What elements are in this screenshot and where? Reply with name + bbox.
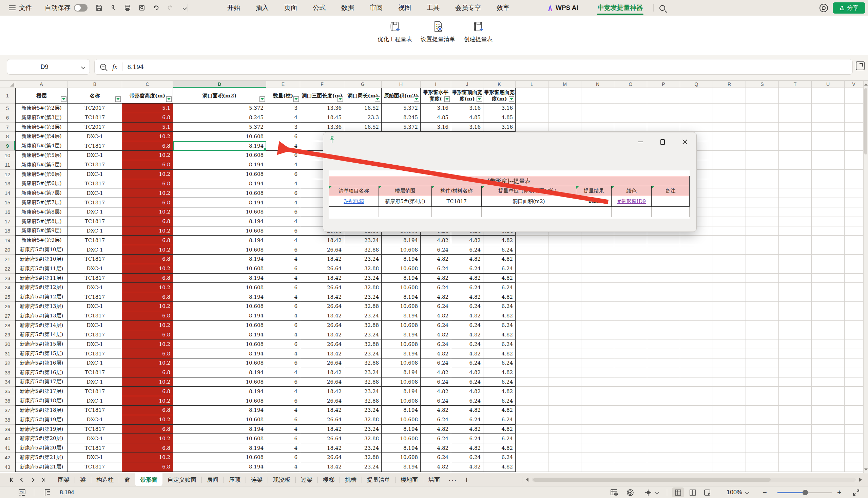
horizontal-scrollbar[interactable] (532, 477, 856, 482)
cell-D40[interactable]: 10.608 (173, 434, 266, 443)
cell-T37[interactable] (779, 406, 812, 415)
cell-E10[interactable]: 6 (266, 151, 300, 160)
cell-E32[interactable]: 6 (266, 358, 300, 368)
cell-E6[interactable]: 4 (266, 113, 300, 122)
cell-S25[interactable] (746, 292, 779, 302)
cell-S39[interactable] (746, 425, 779, 434)
cell-N22[interactable] (581, 264, 614, 274)
cell-L24[interactable] (516, 283, 548, 292)
cell-B16[interactable]: DXC-1 (68, 207, 122, 217)
cell-D15[interactable]: 8.194 (173, 198, 266, 207)
cell-A14[interactable]: 新康府5#(第7层) (15, 188, 68, 198)
cell-G29[interactable]: 23.24 (344, 330, 382, 340)
cell-S7[interactable] (746, 122, 779, 132)
cell-E9[interactable]: 4 (266, 141, 300, 151)
cell-S11[interactable] (746, 160, 779, 170)
cell-V13[interactable] (845, 179, 863, 189)
cell-N31[interactable] (581, 349, 614, 358)
cell-L41[interactable] (516, 443, 548, 453)
cell-K41[interactable]: 4.82 (483, 443, 516, 453)
add-sheet-button[interactable]: + (461, 474, 473, 485)
cell-V21[interactable] (845, 254, 863, 264)
row-header-17[interactable]: 17 (0, 217, 15, 226)
cell-D39[interactable]: 8.194 (173, 425, 266, 434)
cell-V41[interactable] (845, 443, 863, 453)
cell-S8[interactable] (746, 132, 779, 141)
cell-U13[interactable] (812, 179, 845, 189)
cell-D1[interactable]: 洞口面积(m2) (173, 88, 266, 104)
cell-R16[interactable] (713, 207, 746, 217)
cell-K30[interactable]: 6.24 (483, 340, 516, 349)
cell-T21[interactable] (779, 254, 812, 264)
cell-A40[interactable]: 新康府5#(第20层) (15, 434, 68, 443)
cell-R33[interactable] (713, 368, 746, 378)
cell-H32[interactable]: 10.608 (382, 358, 421, 368)
cell-B33[interactable]: TC1817 (68, 368, 122, 378)
cell-M37[interactable] (548, 406, 581, 415)
cell-L27[interactable] (516, 311, 548, 321)
row-header-41[interactable]: 41 (0, 443, 15, 453)
undo-button[interactable] (150, 2, 162, 14)
cell-M25[interactable] (548, 292, 581, 302)
cell-U27[interactable] (812, 311, 845, 321)
cell-B40[interactable]: DXC-1 (68, 434, 122, 443)
cell-Q30[interactable] (680, 340, 713, 349)
cell-E38[interactable]: 6 (266, 415, 300, 425)
quantity-table-dialog[interactable]: [带形窗]--提量表 清单项目名称楼层范围构件/材料名称提量单位（体积，面积等）… (323, 132, 697, 232)
cell-M41[interactable] (548, 443, 581, 453)
cell-C13[interactable]: 6.8 (122, 179, 173, 189)
cell-B41[interactable]: TC1817 (68, 443, 122, 453)
cell-T20[interactable] (779, 245, 812, 254)
cell-G23[interactable]: 23.24 (344, 274, 382, 283)
cell-A18[interactable]: 新康府5#(第9层) (15, 226, 68, 236)
scroll-down-arrow[interactable] (864, 466, 868, 473)
row-header-7[interactable]: 7 (0, 122, 15, 132)
cell-H23[interactable]: 8.194 (382, 274, 421, 283)
cell-Q39[interactable] (680, 425, 713, 434)
cell-H42[interactable]: 10.608 (382, 453, 421, 462)
cell-L6[interactable] (516, 113, 548, 122)
normal-view-button[interactable] (672, 487, 684, 497)
cell-B12[interactable]: DXC-1 (68, 170, 122, 179)
cell-M27[interactable] (548, 311, 581, 321)
cell-J41[interactable]: 4.82 (451, 443, 483, 453)
cell-U42[interactable] (812, 453, 845, 462)
cell-P25[interactable] (647, 292, 680, 302)
cell-A7[interactable]: 新康府5#(第3层) (15, 122, 68, 132)
filter-dropdown-icon[interactable] (259, 96, 265, 102)
cell-I29[interactable]: 4.82 (421, 330, 451, 340)
cell-O21[interactable] (614, 254, 647, 264)
filter-dropdown-icon[interactable] (375, 96, 380, 102)
cell-T19[interactable] (779, 236, 812, 245)
row-header-26[interactable]: 26 (0, 302, 15, 311)
cell-A43[interactable]: 新康府5#(第21层) (15, 462, 68, 472)
cell-A12[interactable]: 新康府5#(第6层) (15, 170, 68, 179)
cell-T10[interactable] (779, 151, 812, 160)
cell-K27[interactable]: 4.82 (483, 311, 516, 321)
sheet-tab-楼地面[interactable]: 楼地面 (395, 473, 423, 486)
cell-H30[interactable]: 10.608 (382, 340, 421, 349)
menu-tab-2[interactable]: 页面 (281, 0, 300, 16)
cell-S38[interactable] (746, 415, 779, 425)
autosave-control[interactable]: 自动保存 (45, 0, 87, 16)
vertical-scrollbar[interactable] (863, 81, 868, 473)
cell-M1[interactable] (548, 88, 581, 104)
cell-B30[interactable]: DXC-1 (68, 340, 122, 349)
cell-M29[interactable] (548, 330, 581, 340)
cell-A39[interactable]: 新康府5#(第19层) (15, 425, 68, 434)
column-header-P[interactable]: P (647, 81, 680, 88)
cell-T29[interactable] (779, 330, 812, 340)
first-sheet-button[interactable] (7, 473, 17, 486)
cell-L7[interactable] (516, 122, 548, 132)
cell-D17[interactable]: 8.194 (173, 217, 266, 226)
cell-E5[interactable]: 3 (266, 104, 300, 113)
cell-B24[interactable]: DXC-1 (68, 283, 122, 292)
cell-T9[interactable] (779, 141, 812, 151)
sheet-tab-压顶[interactable]: 压顶 (224, 473, 246, 486)
cell-R21[interactable] (713, 254, 746, 264)
cell-H33[interactable]: 8.194 (382, 368, 421, 378)
cell-T28[interactable] (779, 321, 812, 330)
cell-O5[interactable] (614, 104, 647, 113)
cell-G21[interactable]: 23.24 (344, 254, 382, 264)
cell-C11[interactable]: 6.8 (122, 160, 173, 170)
